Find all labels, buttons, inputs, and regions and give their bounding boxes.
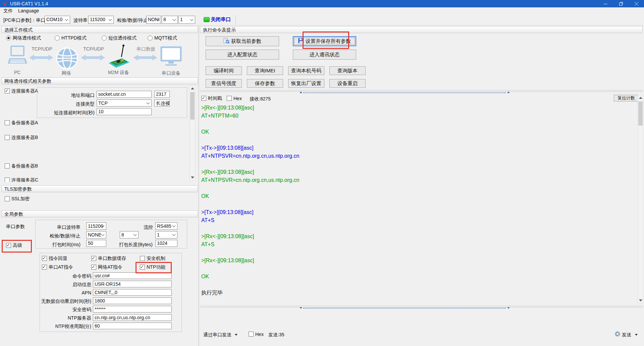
uart-baud-select[interactable]: 115200 — [86, 222, 106, 230]
scrollbar-thumb[interactable] — [638, 101, 643, 126]
splitter-arrow-icon — [507, 307, 510, 309]
ntp-checkbox[interactable]: NTP功能 — [140, 264, 165, 270]
uart-databits-select[interactable]: 8 — [120, 231, 139, 238]
addr-port-label: 地址和端口 — [54, 92, 95, 98]
server-c-checkbox[interactable]: 连接服务器C — [5, 177, 38, 182]
radio-net-passthrough[interactable]: 网络透传模式 — [6, 35, 41, 41]
chevron-down-icon[interactable] — [635, 334, 638, 336]
log-output[interactable]: >[Rx<-][09:13:08][asc] AT+NTPTM=60 OK >[… — [201, 104, 634, 305]
query-signal-button[interactable]: 查信号强度 — [206, 79, 242, 88]
scroll-up-icon[interactable] — [191, 87, 194, 89]
server-addr-input[interactable]: socket.usr.cn — [97, 91, 152, 98]
log-line: OK — [201, 128, 634, 136]
server-port-input[interactable]: 2317 — [154, 91, 170, 98]
safe-mechanism-checkbox[interactable]: 安全机制 — [140, 256, 165, 261]
enter-config-button[interactable]: 进入配置状态 — [206, 50, 279, 60]
app-window: { "window": {"title": "USR-CAT1 V1.1.4"}… — [0, 0, 644, 346]
checkbox-icon — [140, 265, 145, 270]
scroll-down-icon[interactable] — [191, 177, 194, 179]
recv-hex-checkbox[interactable]: Hex — [227, 95, 242, 101]
uart-parity-select[interactable]: NONE — [86, 231, 106, 238]
apn-input[interactable]: CMNET,,,0 — [93, 289, 172, 296]
server-a-checkbox[interactable]: 连接服务器A — [5, 88, 38, 94]
reset-counter-button[interactable]: 复位计数 — [614, 95, 639, 101]
net-at-checkbox[interactable]: 网络AT指令 — [91, 264, 122, 270]
ntp-period-input[interactable]: 60 — [93, 323, 172, 329]
enter-comm-button[interactable]: 进入通讯状态 — [293, 50, 356, 60]
conn-type-label: 连接类型 — [54, 101, 95, 107]
uart-stopbits-select[interactable]: 1 — [155, 231, 177, 238]
safe-password-input[interactable]: ****** — [93, 306, 172, 313]
log-line: >[Rx<-][09:13:08][asc] — [201, 168, 634, 176]
radio-sms-passthrough[interactable]: 短信透传模式 — [102, 35, 137, 41]
query-version-button[interactable]: 查询版本 — [329, 66, 366, 75]
menu-language[interactable]: Language — [16, 7, 41, 14]
timestamp-checkbox[interactable]: 时间戳 — [201, 95, 222, 101]
splitter-grip[interactable] — [303, 92, 506, 93]
flow-select[interactable]: RS485 — [155, 222, 177, 230]
log-line — [201, 136, 634, 144]
log-line — [201, 249, 634, 257]
radio-mqtt[interactable]: MQTT模式 — [148, 35, 177, 41]
pack-len-input[interactable]: 1024 — [155, 240, 177, 247]
radio-httpd[interactable]: HTTPD模式 — [55, 35, 87, 41]
port-open-indicator-icon — [204, 17, 210, 22]
get-params-button[interactable]: 获取当前参数 — [206, 36, 279, 46]
global-params-section-header: 全局参数 — [1, 210, 198, 217]
boot-msg-input[interactable]: USR-DR154 — [93, 281, 172, 287]
uart-at-checkbox[interactable]: 串口AT指令 — [42, 264, 73, 270]
checkbox-icon — [201, 96, 206, 101]
ssl-checkbox[interactable]: SSL加密 — [5, 196, 30, 202]
server-b-checkbox[interactable]: 连接服务器B — [5, 135, 38, 140]
cmd-echo-checkbox[interactable]: 指令回显 — [42, 256, 67, 261]
cmd-password-input[interactable]: usr.cn# — [93, 272, 172, 279]
arrow-m2m-serial-icon — [133, 54, 158, 63]
conn-type-select[interactable]: TCP — [97, 99, 152, 107]
m2m-device-icon — [107, 44, 131, 71]
pack-time-input[interactable]: 50 — [86, 240, 106, 247]
chevron-down-icon[interactable] — [235, 334, 237, 336]
save-params-button[interactable]: 保存参数 — [247, 79, 283, 88]
send-mode-dropdown[interactable]: 通过串口发送 — [203, 332, 231, 337]
ntp-server-label: NTP服务器 — [44, 315, 91, 321]
checkbox-icon — [91, 265, 96, 270]
stop-bits-select[interactable]: 1 — [178, 16, 195, 24]
scrollbar-thumb[interactable] — [190, 92, 195, 120]
maximize-button[interactable] — [613, 0, 629, 7]
net-params-scrollbar[interactable] — [190, 85, 195, 180]
splitter-grip[interactable] — [303, 308, 506, 308]
com-port-select[interactable]: COM10 — [45, 16, 70, 24]
factory-reset-button[interactable]: 恢复出厂设置 — [288, 79, 324, 88]
checkbox-icon — [5, 135, 10, 140]
uart-cache-checkbox[interactable]: 串口数据缓存 — [91, 256, 126, 261]
log-splitter-top[interactable] — [200, 90, 643, 92]
scroll-down-icon[interactable] — [639, 299, 642, 301]
no-data-restart-input[interactable]: 1800 — [93, 297, 172, 304]
backup-a-checkbox[interactable]: 备份服务器A — [5, 120, 38, 126]
net-params-section-header: 网络透传模式相关参数 — [1, 77, 198, 84]
checkbox-icon — [5, 196, 10, 201]
compile-time-button[interactable]: 编译时间 — [206, 66, 242, 75]
backup-b-checkbox[interactable]: 备份服务器B — [5, 163, 38, 169]
scroll-up-icon[interactable] — [639, 97, 642, 99]
parity-select[interactable]: NONI — [146, 16, 161, 24]
device-restart-button[interactable]: 设备重启 — [329, 79, 366, 88]
conn-mode-select[interactable]: 长连接 — [154, 99, 170, 107]
minimize-button[interactable] — [598, 0, 613, 7]
close-port-button[interactable]: 关闭串口 — [211, 16, 231, 23]
apn-label: APN — [44, 290, 91, 295]
advanced-checkbox[interactable]: 高级 — [6, 243, 22, 248]
log-splitter-bottom[interactable] — [200, 306, 643, 307]
baud-select[interactable]: 115200 — [88, 16, 114, 24]
close-button[interactable] — [629, 0, 644, 7]
log-scrollbar[interactable] — [638, 95, 643, 303]
set-save-params-button[interactable]: 设置并保存所有参数 — [293, 36, 356, 46]
data-bits-select[interactable]: 8 — [162, 16, 178, 24]
short-timeout-input[interactable]: 10 — [97, 108, 152, 115]
menu-file[interactable]: 文件 — [1, 7, 15, 14]
send-button[interactable]: 发送 — [622, 332, 631, 337]
query-number-button[interactable]: 查询本机号码 — [288, 66, 324, 75]
ntp-server-input[interactable]: cn.ntp.org.cn,us.ntp.org.cn — [93, 314, 172, 321]
send-hex-checkbox[interactable]: Hex — [249, 331, 264, 337]
query-imei-button[interactable]: 查询IMEI — [247, 66, 283, 75]
